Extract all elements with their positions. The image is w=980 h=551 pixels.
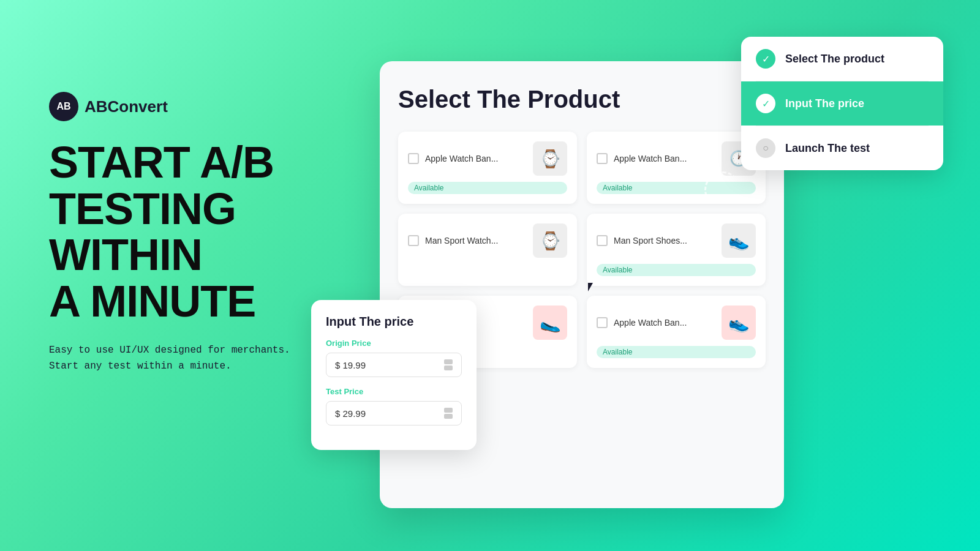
deco-arc	[704, 171, 741, 208]
stepper-down[interactable]	[444, 365, 453, 370]
subtitle-line1: Easy to use UI/UX designed for merchants…	[49, 343, 343, 359]
product-checkbox-3[interactable]	[408, 235, 419, 246]
cursor	[588, 283, 600, 298]
product-image-1: ⌚	[533, 141, 567, 176]
list-item[interactable]: Man Sport Watch... ⌚	[398, 214, 577, 286]
available-badge-6: Available	[597, 346, 756, 358]
origin-price-stepper[interactable]	[444, 359, 453, 370]
headline-line4: A MINUTE	[49, 279, 343, 325]
step-icon-2: ✓	[756, 94, 775, 113]
product-checkbox-1[interactable]	[408, 153, 419, 164]
stepper-up[interactable]	[444, 359, 453, 364]
product-image-5: 🥿	[533, 305, 567, 340]
step-icon-3: ○	[756, 138, 775, 158]
step-item-3[interactable]: ○ Launch The test	[741, 126, 943, 170]
list-item[interactable]: Man Sport Shoes... 👟 Available	[587, 214, 766, 286]
logo-icon-text: AB	[56, 101, 70, 112]
product-name-1: Apple Watch Ban...	[425, 154, 527, 163]
left-panel: AB ABConvert START A/B TESTING WITHIN A …	[49, 92, 343, 375]
step-item-1[interactable]: ✓ Select The product	[741, 37, 943, 81]
headline: START A/B TESTING WITHIN A MINUTE	[49, 140, 343, 324]
step-label-2: Input The price	[785, 97, 864, 110]
subtitle: Easy to use UI/UX designed for merchants…	[49, 343, 343, 374]
list-item[interactable]: Apple Watch Ban... 👟 Available	[587, 296, 766, 368]
price-input-card: Input The price Origin Price $ 19.99 Tes…	[311, 300, 477, 450]
test-price-input[interactable]: $ 29.99	[326, 401, 462, 425]
available-badge-1: Available	[408, 182, 567, 194]
product-image-6: 👟	[722, 305, 756, 340]
product-image-3: ⌚	[533, 223, 567, 258]
logo-area: AB ABConvert	[49, 92, 343, 121]
product-name-2: Apple Watch Ban...	[614, 154, 715, 163]
product-checkbox-2[interactable]	[597, 153, 608, 164]
step-label-3: Launch The test	[785, 142, 870, 155]
steps-panel: ✓ Select The product ✓ Input The price ○…	[741, 37, 943, 170]
product-checkbox-4[interactable]	[597, 235, 608, 246]
test-stepper-up[interactable]	[444, 408, 453, 413]
subtitle-line2: Start any test within a minute.	[49, 359, 343, 375]
test-price-label: Test Price	[326, 387, 462, 396]
step-label-1: Select The product	[785, 53, 884, 66]
logo-name: ABConvert	[85, 97, 168, 116]
test-price-stepper[interactable]	[444, 408, 453, 419]
product-name-6: Apple Watch Ban...	[614, 318, 715, 328]
step-icon-1: ✓	[756, 49, 775, 69]
product-image-4: 👟	[722, 223, 756, 258]
test-price-value: $ 29.99	[335, 408, 366, 419]
headline-line2: TESTING	[49, 186, 343, 233]
price-card-title: Input The price	[326, 315, 462, 329]
available-badge-4: Available	[597, 264, 756, 276]
logo-icon: AB	[49, 92, 78, 121]
origin-price-value: $ 19.99	[335, 360, 366, 370]
headline-line1: START A/B	[49, 140, 343, 186]
list-item[interactable]: Apple Watch Ban... ⌚ Available	[398, 132, 577, 204]
product-checkbox-6[interactable]	[597, 317, 608, 328]
card-title: Select The Product	[398, 86, 766, 113]
test-stepper-down[interactable]	[444, 414, 453, 419]
product-name-3: Man Sport Watch...	[425, 236, 527, 246]
headline-line3: WITHIN	[49, 232, 343, 279]
step-item-2[interactable]: ✓ Input The price	[741, 81, 943, 126]
product-name-4: Man Sport Shoes...	[614, 236, 715, 246]
origin-price-label: Origin Price	[326, 339, 462, 348]
origin-price-input[interactable]: $ 19.99	[326, 353, 462, 377]
